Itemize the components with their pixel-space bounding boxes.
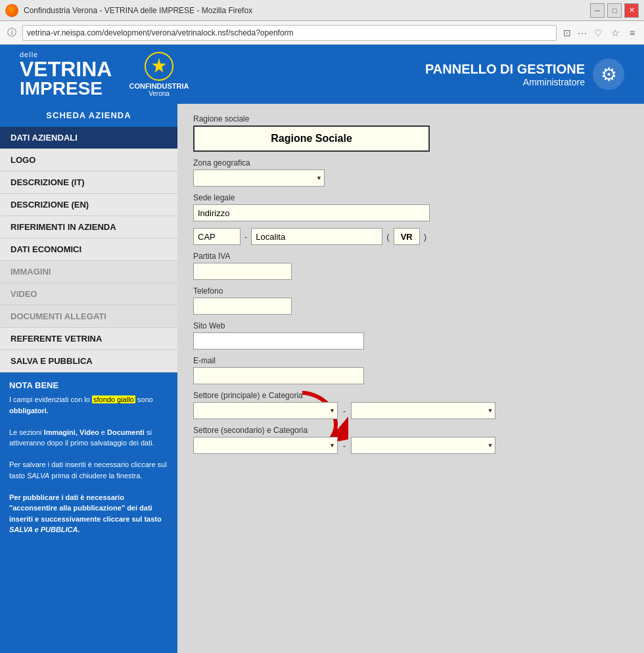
- zona-geografica-label: Zona geografica: [193, 158, 628, 168]
- main-form: Ragione sociale Zona geografica Sede leg…: [177, 104, 644, 653]
- email-input[interactable]: [193, 367, 364, 384]
- sidebar-item-video: VIDEO: [0, 283, 177, 305]
- categoria-secondario-select-wrapper: [351, 437, 495, 454]
- nb-line4: Per pubblicare i dati è necessario "acco…: [9, 493, 162, 534]
- content-area: SCHEDA AZIENDA DATI AZIENDALI LOGO DESCR…: [0, 104, 644, 653]
- settore-secondario-select-wrapper: [193, 437, 338, 454]
- nb-line1b: sono: [135, 395, 153, 403]
- sede-legale-label: Sede legale: [193, 193, 628, 202]
- cap-localita-group: - ( ): [193, 228, 628, 245]
- sito-web-label: Sito Web: [193, 321, 628, 330]
- nb-obbligatori: obbligatori.: [9, 407, 49, 415]
- telefono-label: Telefono: [193, 286, 628, 296]
- vetrina-label: VETRINA: [20, 58, 112, 79]
- partita-iva-label: Partita IVA: [193, 252, 628, 261]
- browser-title: Confindustria Verona - VETRINA delle IMP…: [24, 6, 585, 15]
- zona-geografica-select-wrapper: [193, 169, 325, 187]
- cap-row: - ( ): [193, 228, 628, 245]
- confindustria-label: CONFINDUSTRIA: [129, 82, 189, 90]
- sidebar-item-dati-aziendali[interactable]: DATI AZIENDALI: [0, 127, 177, 149]
- sidebar-item-riferimenti[interactable]: RIFERIMENTI IN AZIENDA: [0, 216, 177, 238]
- paren-open: (: [386, 232, 389, 242]
- localita-input[interactable]: [251, 228, 382, 245]
- settore-principale-group: Settore (principale) e Categoria -: [193, 391, 628, 419]
- telefono-input[interactable]: [193, 298, 292, 315]
- nb-line3b: prima di chiudere la finestra.: [49, 472, 142, 480]
- settore-principale-select-wrapper: [193, 402, 338, 419]
- nb-line1: I campi evidenziati con lo: [9, 395, 92, 403]
- nota-bene-text: I campi evidenziati con lo sfondo giallo…: [9, 394, 168, 535]
- gear-icon: ⚙: [593, 58, 624, 90]
- sito-web-input[interactable]: [193, 332, 364, 349]
- verona-label: Verona: [149, 90, 170, 97]
- nb-salva: SALVA: [27, 472, 49, 480]
- svg-marker-0: [152, 58, 166, 72]
- categoria-secondario-select[interactable]: [351, 437, 495, 454]
- indirizzo-input[interactable]: [193, 204, 430, 221]
- sito-web-group: Sito Web: [193, 321, 628, 349]
- settore-principale-label: Settore (principale) e Categoria: [193, 391, 628, 400]
- nb-immagini: Immagini, Video: [44, 428, 99, 436]
- settore-secondario-select[interactable]: [193, 437, 338, 454]
- header-right: PANNELLO DI GESTIONE Amministratore ⚙: [425, 58, 624, 90]
- nota-bene-title: NOTA BENE: [9, 380, 168, 390]
- settore-dash: -: [343, 406, 346, 416]
- hamburger-icon[interactable]: ≡: [626, 26, 639, 39]
- header-banner: delle VETRINA IMPRESE CONFINDUSTRIA Vero…: [0, 45, 644, 104]
- page-container: delle VETRINA IMPRESE CONFINDUSTRIA Vero…: [0, 45, 644, 653]
- window-controls: ─ □ ✕: [590, 3, 639, 18]
- heart-icon: ♡: [591, 26, 605, 39]
- firefox-icon: [5, 4, 18, 17]
- sidebar: SCHEDA AZIENDA DATI AZIENDALI LOGO DESCR…: [0, 104, 177, 653]
- settore-sec-dash: -: [343, 441, 346, 451]
- zona-geografica-select[interactable]: [193, 169, 325, 187]
- info-icon: ⓘ: [5, 26, 18, 39]
- page-icon: ⊡: [561, 26, 574, 39]
- sidebar-item-referente[interactable]: REFERENTE VETRINA: [0, 328, 177, 350]
- header-left: delle VETRINA IMPRESE CONFINDUSTRIA Vero…: [20, 51, 189, 98]
- nb-highlight: sfondo giallo: [92, 395, 135, 403]
- settore-secondario-group: Settore (secondario) e Categoria -: [193, 426, 628, 454]
- settore-secondario-row: -: [193, 437, 628, 454]
- telefono-group: Telefono: [193, 286, 628, 315]
- sidebar-item-documenti: DOCUMENTI ALLEGATI: [0, 305, 177, 328]
- url-input[interactable]: [22, 25, 557, 41]
- pannello-sub: Amministratore: [425, 77, 585, 87]
- ragione-sociale-label: Ragione sociale: [193, 114, 628, 124]
- sidebar-item-logo[interactable]: LOGO: [0, 149, 177, 171]
- minimize-button[interactable]: ─: [590, 3, 605, 18]
- sidebar-scheda-azienda[interactable]: SCHEDA AZIENDA: [0, 104, 177, 127]
- sidebar-item-descrizione-it[interactable]: DESCRIZIONE (IT): [0, 171, 177, 194]
- cap-input[interactable]: [193, 228, 241, 245]
- sidebar-item-immagini: IMMAGINI: [0, 261, 177, 283]
- zona-geografica-group: Zona geografica: [193, 158, 628, 187]
- settore-secondario-label: Settore (secondario) e Categoria: [193, 426, 628, 435]
- vetrina-logo: delle VETRINA IMPRESE: [20, 51, 112, 98]
- sidebar-item-dati-economici[interactable]: DATI ECONOMICI: [0, 238, 177, 261]
- nb-line2: Le sezioni: [9, 428, 44, 436]
- settore-principale-select[interactable]: [193, 402, 338, 419]
- separator-dash: -: [244, 232, 247, 242]
- nb-documenti: Documenti: [107, 428, 145, 436]
- partita-iva-group: Partita IVA: [193, 252, 628, 280]
- categoria-principale-select[interactable]: [351, 402, 495, 419]
- star-icon: ☆: [609, 26, 622, 39]
- maximize-button[interactable]: □: [607, 3, 622, 18]
- partita-iva-input[interactable]: [193, 263, 292, 280]
- browser-titlebar: Confindustria Verona - VETRINA delle IMP…: [0, 0, 644, 21]
- sidebar-item-salva[interactable]: SALVA E PUBBLICA: [0, 350, 177, 372]
- email-label: E-mail: [193, 356, 628, 365]
- confindustria-logo: CONFINDUSTRIA Verona: [129, 52, 189, 97]
- close-button[interactable]: ✕: [624, 3, 639, 18]
- confindustria-emblem: [145, 52, 173, 81]
- provincia-input[interactable]: [394, 228, 420, 245]
- pannello-title: PANNELLO DI GESTIONE: [425, 62, 585, 77]
- ragione-sociale-group: Ragione sociale: [193, 114, 628, 152]
- nota-bene-box: NOTA BENE I campi evidenziati con lo sfo…: [0, 372, 177, 653]
- ragione-sociale-input[interactable]: [193, 125, 430, 152]
- sidebar-item-descrizione-en[interactable]: DESCRIZIONE (EN): [0, 194, 177, 216]
- settore-principale-row: -: [193, 402, 628, 419]
- menu-dots[interactable]: ···: [578, 28, 587, 38]
- sede-legale-group: Sede legale: [193, 193, 628, 221]
- address-bar: ⓘ ⊡ ··· ♡ ☆ ≡: [0, 21, 644, 45]
